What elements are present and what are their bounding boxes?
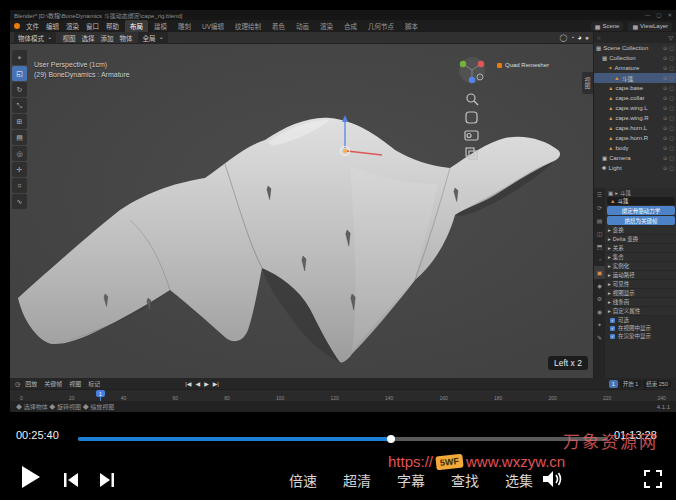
outliner-item-icon: ▲ (608, 115, 613, 121)
next-button[interactable] (98, 471, 116, 489)
outliner-row: ▲ body ⊙ ▢ (594, 143, 676, 153)
object-icon: ▣ (608, 190, 613, 196)
object-name-field: ▲ 斗篷 (607, 197, 675, 205)
current-frame-field: 1 (609, 380, 618, 388)
properties-breadcrumb: ▣ ▸ 斗篷 (605, 188, 676, 197)
quad-remesher-label: Quad Remesher (497, 62, 549, 68)
outliner-toggles: ⊙ ▢ (663, 85, 674, 91)
play-button[interactable] (22, 466, 40, 488)
chevron-right-icon: ▸ (608, 308, 611, 314)
workspace-tab: 动画 (291, 20, 314, 32)
outliner-toggles: ⊙ ▢ (663, 45, 674, 51)
chevron-right-icon: ▸ (608, 236, 611, 242)
addon-action-button: 绑定骨骼动力学 (607, 206, 675, 215)
player-menu-button[interactable]: 超清 (343, 470, 371, 490)
chevron-right-icon: ▸ (608, 299, 611, 305)
shading-mode-icon: ◕ (578, 34, 582, 42)
tool-icon: ↻ (12, 82, 27, 97)
player-menu-button[interactable]: 选集 (505, 470, 533, 490)
timeline-play-icon: ▶ (204, 380, 209, 387)
progress-bar[interactable] (78, 437, 608, 441)
screen-toggle-icon: ▢ (669, 145, 674, 151)
properties-tab-icon: ◫ (594, 227, 605, 240)
properties-section-row: ▸变换 (605, 226, 676, 235)
outliner-item-label: cape.wing.L (615, 105, 647, 111)
chevron-right-icon: ▸ (608, 281, 611, 287)
frame-end-field: 结束 250 (643, 380, 671, 388)
filter-icon: ▽ (668, 34, 673, 41)
properties-tab-icon: ☰ (594, 188, 605, 201)
jump-end-icon: ▶| (213, 380, 219, 387)
video-content-blender-window[interactable]: Blender* [D:\教程\BoneDynamics 斗篷动态绑定\cape… (10, 10, 676, 412)
properties-section-row: ▸视图显示 (605, 289, 676, 298)
outliner-toggles: ⊙ ▢ (663, 105, 674, 111)
watermark-url: https:// 5WF www.wxzyw.cn (388, 453, 565, 470)
jump-start-icon: |◀ (185, 380, 191, 387)
screen-toggle-icon: ▢ (669, 55, 674, 61)
current-time-label: 00:25:40 (16, 429, 59, 441)
watermark-site-name: 万象资源网 (563, 428, 658, 453)
addon-action-button: 烘焙为关键帧 (607, 216, 675, 225)
chevron-down-icon: ⌄ (47, 33, 52, 43)
visibility-checkboxes: ✓可选✓在视图中显示✓在渲染中显示 (605, 316, 676, 340)
screen-toggle-icon: ▢ (669, 135, 674, 141)
cape-mesh-render (10, 44, 593, 378)
properties-editor: ☰⟳▤◫⬒◔▣◆⚙◉✦✎ ▣ ▸ 斗篷 ▲ 斗篷 绑定骨骼动力学烘焙为关键帧 ▸… (594, 188, 676, 378)
eye-toggle-icon: ⊙ (663, 75, 667, 81)
outliner-item-icon: ▦ (596, 45, 601, 51)
outliner-row: ✺ Light ⊙ ▢ (594, 163, 676, 173)
eye-toggle-icon: ⊙ (663, 165, 667, 171)
properties-tab-icon: ✦ (594, 318, 605, 331)
screen-toggle-icon: ▢ (669, 85, 674, 91)
workspace-tab: 纹理绘制 (230, 20, 266, 32)
shading-mode-icons: ◯◔◕● (559, 34, 589, 42)
outliner-item-label: cape.wing.R (615, 115, 648, 121)
viewlayer-selector: ▦ ViewLayer (628, 22, 672, 31)
outliner-item-label: cape.collar (615, 95, 644, 101)
progress-knob[interactable] (387, 435, 395, 443)
tool-icon: ▤ (12, 130, 27, 145)
menu-bar: 文件编辑渲染窗口帮助 (26, 21, 119, 31)
player-menu-button[interactable]: 字幕 (397, 470, 425, 490)
player-menu-button[interactable]: 查找 (451, 470, 479, 490)
viewport-nav-icons (465, 94, 478, 159)
screen-toggle-icon: ▢ (669, 95, 674, 101)
properties-tab-icon: ◔ (594, 253, 605, 266)
addon-action-buttons: 绑定骨骼动力学烘焙为关键帧 (605, 206, 676, 225)
workspace-tab: 合成 (339, 20, 362, 32)
addon-dot-icon (497, 63, 502, 68)
outliner-row: ▦ Scene Collection ⊙ ▢ (594, 43, 676, 53)
outliner-tree: ▦ Scene Collection ⊙ ▢ ▦ Collection ⊙ ▢ (594, 43, 676, 173)
properties-tab-icon: ◉ (594, 305, 605, 318)
properties-sections: ▸变换▸Delta 变换▸关系▸集合▸实例化▸运动路径▸可见性▸视图显示▸线条画… (605, 226, 676, 316)
outliner-toggles: ⊙ ▢ (663, 75, 674, 81)
workspace-tab: 建模 (149, 20, 172, 32)
outliner-item-label: cape.horn.R (615, 135, 648, 141)
viewport-menu-item: 添加 (100, 33, 113, 43)
properties-content: ▣ ▸ 斗篷 ▲ 斗篷 绑定骨骼动力学烘焙为关键帧 ▸变换▸Delta 变换▸关… (605, 188, 676, 378)
player-menu-button[interactable]: 倍速 (289, 470, 317, 490)
checkbox-row: ✓可选 (605, 316, 676, 324)
screen-toggle-icon: ▢ (669, 165, 674, 171)
maximize-icon: ▢ (656, 12, 661, 18)
timeline-menu-item: 关键帧 (44, 379, 62, 388)
blender-title-text: Blender* [D:\教程\BoneDynamics 斗篷动态绑定\cape… (14, 11, 182, 20)
eye-toggle-icon: ⊙ (663, 125, 667, 131)
properties-section-row: ▸线条画 (605, 298, 676, 307)
outliner-item-label: Light (609, 165, 622, 171)
fullscreen-button[interactable] (643, 469, 663, 489)
viewport-menu-item: 选择 (81, 33, 94, 43)
outliner-item-label: cape.base (615, 85, 643, 91)
properties-tab-icon: ⟳ (594, 201, 605, 214)
chevron-down-icon: ⌄ (158, 33, 163, 43)
zoom-icon (467, 94, 475, 102)
blender-status-bar: ◆ 选择物体 ◆ 旋转视图 ◆ 缩放视图 4.1.1 (10, 401, 676, 412)
outliner-row: ▲ cape.collar ⊙ ▢ (594, 93, 676, 103)
chevron-right-icon: ▸ (608, 254, 611, 260)
previous-button[interactable] (62, 471, 80, 489)
outliner-item-label: Camera (609, 155, 630, 161)
volume-button[interactable] (541, 469, 563, 489)
screen-toggle-icon: ▢ (669, 155, 674, 161)
timeline-ruler: 020406080100120140160180200220240 1 (10, 389, 676, 401)
outliner-row: ▲ cape.base ⊙ ▢ (594, 83, 676, 93)
